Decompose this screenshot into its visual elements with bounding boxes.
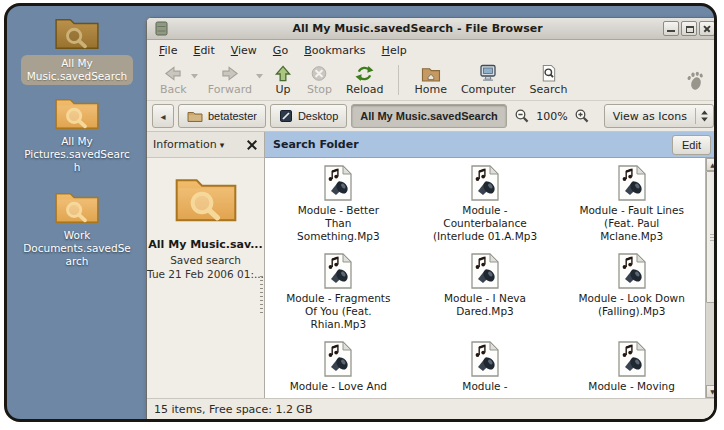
audio-file-icon — [613, 252, 651, 290]
side-pane: Information ▾ All My Music.sav... Saved … — [147, 132, 265, 398]
file-item[interactable]: Module - — [412, 340, 559, 398]
side-pane-header: Information ▾ — [147, 132, 264, 158]
stop-icon — [310, 65, 328, 82]
scroll-down-arrow-icon[interactable]: ▼ — [706, 385, 717, 398]
home-button[interactable]: Home — [407, 63, 453, 98]
menu-go[interactable]: Go — [265, 42, 296, 59]
vertical-scrollbar[interactable]: ▲ ▼ — [705, 158, 717, 398]
edit-search-button[interactable]: Edit — [672, 135, 711, 155]
desktop-icon-label: All My Music.savedSearch — [21, 55, 134, 85]
menu-bar: File Edit View Go Bookmarks Help — [147, 40, 717, 60]
side-pane-selector[interactable]: Information — [153, 138, 217, 151]
zoom-out-icon — [514, 108, 530, 124]
info-item-name: All My Music.sav... — [148, 238, 262, 251]
desktop-icon-all-my-music[interactable]: All My Music.savedSearch — [19, 14, 135, 85]
view-mode-combobox[interactable]: View as Icons — [604, 104, 714, 128]
screenshot-root: All My Music.savedSearch All My Pictures… — [0, 0, 724, 430]
file-icon-view[interactable]: Module - Better Than Something.Mp3 Modul… — [265, 158, 705, 398]
computer-button[interactable]: Computer — [454, 62, 523, 98]
search-document-icon — [539, 64, 558, 82]
window-titlebar[interactable]: All My Music.savedSearch - File Browser — [147, 18, 717, 40]
zoom-level: 100% — [536, 110, 567, 123]
desktop-icon-work-documents[interactable]: Work Documents.savedSe arch — [19, 188, 135, 268]
menu-file[interactable]: File — [151, 42, 185, 59]
view-mode-value: View as Icons — [605, 110, 695, 123]
up-button[interactable]: Up — [266, 63, 300, 98]
forward-button[interactable]: Forward — [201, 63, 259, 98]
back-history-chevron-icon[interactable] — [190, 72, 199, 79]
desktop-icon-label: Work Documents.savedSe arch — [23, 229, 131, 268]
spin-arrows-icon — [696, 109, 713, 123]
forward-history-chevron-icon[interactable] — [255, 72, 264, 79]
back-arrow-icon — [163, 65, 183, 82]
desktop: All My Music.savedSearch All My Pictures… — [4, 3, 717, 422]
file-item[interactable]: Module - Love And — [265, 340, 412, 398]
window-icon — [155, 21, 168, 36]
search-folder-header: Search Folder Edit — [265, 132, 717, 158]
file-item[interactable]: Module - Better Than Something.Mp3 — [265, 164, 412, 252]
desktop-icon-all-my-pictures[interactable]: All My Pictures.savedSearc h — [19, 94, 135, 174]
menu-bookmarks[interactable]: Bookmarks — [296, 42, 373, 59]
file-item[interactable]: Module - Moving — [558, 340, 705, 398]
side-pane-resize-handle[interactable] — [260, 276, 263, 314]
main-pane: Search Folder Edit Module - Better Than … — [265, 132, 717, 398]
menu-view[interactable]: View — [223, 42, 265, 59]
file-item[interactable]: Module - Fault Lines (Feat. Paul Mclane.… — [558, 164, 705, 252]
scrollbar-thumb[interactable] — [706, 171, 717, 303]
saved-search-folder-icon — [54, 14, 100, 52]
stop-button[interactable]: Stop — [300, 63, 339, 98]
path-scroll-left-button[interactable]: ◂ — [152, 104, 174, 128]
file-browser-window: All My Music.savedSearch - File Browser … — [146, 17, 717, 421]
up-arrow-icon — [273, 65, 293, 82]
audio-file-icon — [319, 252, 357, 290]
audio-file-icon — [466, 252, 504, 290]
info-item-date: Tue 21 Feb 2006 01:... — [147, 268, 264, 280]
minimize-button[interactable] — [663, 21, 679, 36]
window-title: All My Music.savedSearch - File Browser — [172, 22, 663, 35]
path-button-all-my-music[interactable]: All My Music.savedSearch — [351, 104, 507, 128]
forward-arrow-icon — [220, 65, 240, 82]
gnome-foot-icon — [685, 70, 705, 91]
zoom-out-button[interactable] — [512, 106, 532, 126]
location-bar: ◂ betatester Desktop All My M — [147, 101, 717, 132]
search-button[interactable]: Search — [523, 62, 575, 98]
saved-search-folder-icon — [54, 188, 100, 226]
reload-button[interactable]: Reload — [339, 63, 390, 98]
menu-help[interactable]: Help — [374, 42, 415, 59]
file-item[interactable]: Module - Counterbalance (Interlude 01.A.… — [412, 164, 559, 252]
reload-icon — [354, 65, 375, 82]
info-item-type: Saved search — [170, 254, 241, 266]
scroll-up-arrow-icon[interactable]: ▲ — [706, 158, 717, 171]
file-item[interactable]: Module - I Neva Dared.Mp3 — [412, 252, 559, 340]
file-item[interactable]: Module - Look Down (Falling).Mp3 — [558, 252, 705, 340]
status-text: 15 items, Free space: 1.2 GB — [154, 403, 312, 416]
saved-search-folder-icon — [54, 94, 100, 132]
side-pane-close-button[interactable] — [246, 139, 258, 151]
folder-icon — [187, 110, 203, 123]
audio-file-icon — [319, 340, 357, 378]
audio-file-icon — [466, 340, 504, 378]
audio-file-icon — [319, 164, 357, 202]
saved-search-folder-icon — [174, 172, 238, 226]
window-resize-grip[interactable] — [705, 406, 717, 419]
zoom-in-button[interactable] — [572, 106, 592, 126]
back-button[interactable]: Back — [153, 63, 194, 98]
file-item[interactable]: Module - Fragments Of You (Feat. Rhian.M… — [265, 252, 412, 340]
zoom-in-icon — [574, 108, 590, 124]
close-button[interactable] — [699, 21, 715, 36]
path-button-desktop[interactable]: Desktop — [270, 104, 347, 128]
path-button-betatester[interactable]: betatester — [178, 104, 266, 128]
home-folder-icon — [420, 65, 441, 82]
toolbar-separator — [398, 65, 399, 95]
side-pane-info: All My Music.sav... Saved search Tue 21 … — [147, 158, 264, 280]
scrollbar-trough[interactable] — [706, 303, 717, 385]
desktop-glyph-icon — [279, 109, 293, 123]
toolbar: Back Forward Up — [147, 60, 717, 101]
desktop-icon-label: All My Pictures.savedSearc h — [24, 135, 130, 174]
audio-file-icon — [613, 340, 651, 378]
maximize-button[interactable] — [681, 21, 697, 36]
audio-file-icon — [613, 164, 651, 202]
computer-icon — [478, 64, 498, 82]
menu-edit[interactable]: Edit — [185, 42, 222, 59]
chevron-down-icon[interactable]: ▾ — [220, 140, 225, 150]
